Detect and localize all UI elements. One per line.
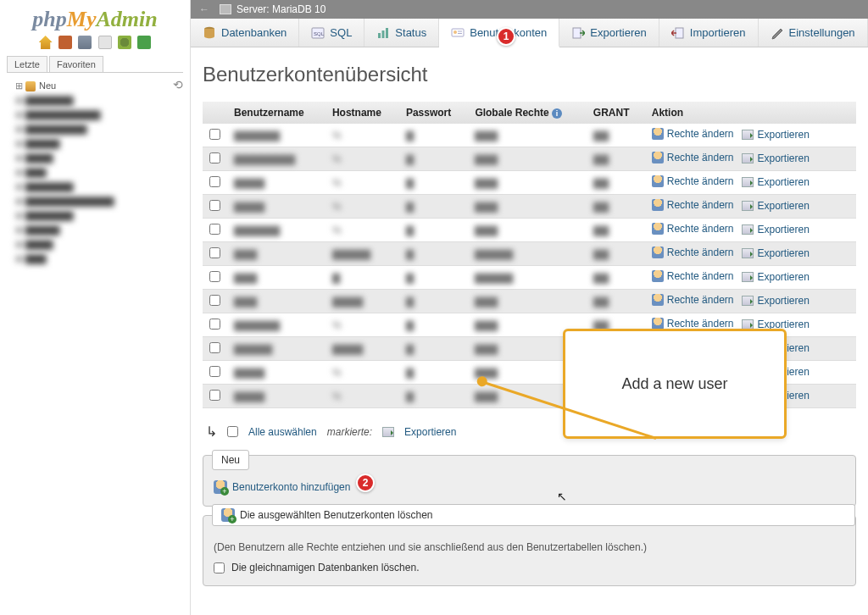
server-label: Server: MariaDB 10: [236, 3, 326, 15]
page-title: Benutzerkontenübersicht: [203, 63, 856, 86]
cell-action: Rechte ändernExportieren: [645, 219, 856, 242]
export-user-link[interactable]: Exportieren: [742, 224, 809, 235]
cell-pass: ▇: [399, 385, 468, 408]
collapse-sidebar-icon[interactable]: ←: [199, 3, 209, 15]
bulk-export-link[interactable]: Exportieren: [404, 426, 456, 438]
row-checkbox[interactable]: [209, 247, 220, 258]
tab-export[interactable]: Exportieren: [559, 19, 659, 47]
home-icon[interactable]: [39, 36, 53, 49]
edit-privileges-link[interactable]: Rechte ändern: [652, 223, 734, 235]
tree-db-item[interactable]: ⊞ ▇▇▇▇▇▇▇: [7, 180, 183, 194]
tree-db-item[interactable]: ⊞ ▇▇▇▇: [7, 151, 183, 165]
row-checkbox[interactable]: [209, 319, 220, 330]
annotation-badge-1: 1: [497, 27, 515, 46]
cell-action: Rechte ändernExportieren: [645, 124, 856, 147]
user-edit-icon: [652, 175, 664, 187]
callout-text: Add a new user: [621, 375, 727, 393]
tree-db-item[interactable]: ⊞ ▇▇▇▇▇▇▇: [7, 93, 183, 108]
delete-fieldset: Die ausgewählten Benutzerkonten löschen …: [203, 515, 856, 586]
settings-icon[interactable]: [118, 36, 131, 49]
edit-privileges-link[interactable]: Rechte ändern: [652, 175, 734, 187]
info-icon[interactable]: i: [552, 108, 562, 119]
col-action: Aktion: [645, 102, 856, 124]
sync-icon[interactable]: ⟲: [173, 78, 183, 91]
cell-user: ▇▇▇: [227, 266, 326, 290]
reload-icon[interactable]: [137, 36, 151, 49]
tree-new[interactable]: Neu: [7, 78, 183, 93]
logout-icon[interactable]: [58, 36, 72, 49]
tab-databases[interactable]: Datenbanken: [191, 19, 299, 47]
delete-note: (Den Benutzern alle Rechte entziehen und…: [214, 541, 845, 553]
edit-privileges-link[interactable]: Rechte ändern: [652, 152, 734, 163]
svg-rect-8: [458, 31, 462, 32]
cell-host: %: [326, 147, 399, 171]
row-checkbox[interactable]: [209, 366, 220, 377]
top-tabs: Datenbanken SQLSQL Status Benutzerkonten…: [191, 19, 868, 47]
sql-window-icon[interactable]: [98, 36, 112, 49]
export-user-link[interactable]: Exportieren: [742, 271, 809, 283]
tree-db-item[interactable]: ⊞ ▇▇▇: [7, 252, 183, 266]
cell-grant: ▇▇: [587, 124, 645, 147]
tree-db-item[interactable]: ⊞ ▇▇▇▇▇▇▇▇▇▇▇: [7, 108, 183, 122]
select-all-checkbox[interactable]: [227, 426, 238, 437]
tab-settings[interactable]: Einstellungen: [759, 19, 868, 47]
tree-db-item[interactable]: ⊞ ▇▇▇▇▇: [7, 223, 183, 237]
cell-host: ▇▇▇▇: [326, 337, 399, 361]
sidebar-toolbar: [7, 36, 183, 49]
export-user-link[interactable]: Exportieren: [742, 247, 809, 259]
tab-recent[interactable]: Letzte: [7, 56, 47, 72]
server-icon: [220, 4, 231, 14]
row-checkbox[interactable]: [209, 200, 220, 211]
tree-db-item[interactable]: ⊞ ▇▇▇▇: [7, 237, 183, 252]
export-user-link[interactable]: Exportieren: [742, 200, 809, 212]
edit-privileges-link[interactable]: Rechte ändern: [652, 294, 734, 306]
row-checkbox[interactable]: [209, 342, 220, 353]
export-user-link[interactable]: Exportieren: [742, 176, 809, 188]
export-user-link[interactable]: Exportieren: [742, 295, 809, 307]
tab-status[interactable]: Status: [364, 19, 439, 47]
new-legend: Neu: [212, 450, 249, 470]
tree-db-item[interactable]: ⊞ ▇▇▇▇▇▇▇▇▇: [7, 122, 183, 136]
row-checkbox[interactable]: [209, 176, 220, 187]
cell-action: Rechte ändernExportieren: [645, 195, 856, 219]
edit-privileges-link[interactable]: Rechte ändern: [652, 199, 734, 211]
tree-db-item[interactable]: ⊞ ▇▇▇: [7, 165, 183, 180]
cell-user: ▇▇▇: [227, 290, 326, 313]
tree-db-item[interactable]: ⊞ ▇▇▇▇▇▇▇▇▇▇▇▇▇: [7, 194, 183, 208]
export-user-link[interactable]: Exportieren: [742, 152, 809, 164]
tab-favorites[interactable]: Favoriten: [49, 56, 103, 72]
table-row: ▇▇▇▇▇▇▇▇%▇▇▇▇▇▇Rechte ändernExportieren: [203, 147, 856, 171]
cell-host: %: [326, 124, 399, 147]
svg-rect-3: [378, 33, 381, 38]
export-user-link[interactable]: Exportieren: [742, 129, 809, 141]
export-icon: [742, 224, 754, 235]
row-checkbox[interactable]: [209, 390, 220, 401]
edit-privileges-link[interactable]: Rechte ändern: [652, 270, 734, 282]
row-checkbox[interactable]: [209, 224, 220, 235]
export-icon: [742, 296, 754, 306]
table-row: ▇▇▇▇▇▇▇▇▇▇▇▇▇Rechte ändernExportieren: [203, 290, 856, 313]
user-edit-icon: [652, 128, 664, 140]
docs-icon[interactable]: [78, 36, 92, 49]
cell-pass: ▇: [399, 171, 468, 195]
cell-pass: ▇: [399, 361, 468, 385]
add-user-link[interactable]: Benutzerkonto hinzufügen: [232, 481, 350, 493]
cell-host: %: [326, 219, 399, 242]
edit-privileges-link[interactable]: Rechte ändern: [652, 318, 734, 330]
row-checkbox[interactable]: [209, 271, 220, 282]
tree-db-item[interactable]: ⊞ ▇▇▇▇▇: [7, 136, 183, 151]
row-checkbox[interactable]: [209, 295, 220, 306]
select-all-link[interactable]: Alle auswählen: [248, 426, 317, 438]
export-icon: [742, 272, 754, 282]
tab-sql[interactable]: SQLSQL: [299, 19, 364, 47]
drop-db-checkbox[interactable]: [214, 562, 225, 573]
tree-db-item[interactable]: ⊞ ▇▇▇▇▇▇▇: [7, 208, 183, 223]
export-icon: [742, 177, 754, 187]
edit-privileges-link[interactable]: Rechte ändern: [652, 128, 734, 140]
col-global: Globale Rechte i: [468, 102, 586, 124]
tab-import[interactable]: Importieren: [659, 19, 759, 47]
row-checkbox[interactable]: [209, 129, 220, 140]
edit-privileges-link[interactable]: Rechte ändern: [652, 247, 734, 258]
row-checkbox[interactable]: [209, 152, 220, 163]
cell-user: ▇▇▇▇▇▇: [227, 124, 326, 147]
